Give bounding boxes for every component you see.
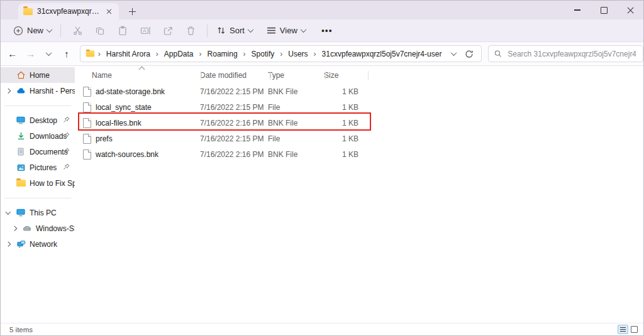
- icons-view-button[interactable]: [629, 325, 640, 334]
- chevron-down-icon[interactable]: [6, 209, 11, 214]
- refresh-icon[interactable]: [465, 50, 474, 58]
- plus-icon: [129, 8, 136, 15]
- file-size: 1 KB: [319, 150, 360, 159]
- sidebar-item-onedrive[interactable]: Harshit - Personal: [1, 83, 75, 99]
- details-view-button[interactable]: [618, 325, 628, 334]
- file-name: local-files.bnk: [96, 119, 142, 127]
- forward-button[interactable]: →: [23, 46, 39, 62]
- minimize-icon: [574, 9, 580, 10]
- tab-close-icon[interactable]: [104, 6, 114, 16]
- file-size: 1 KB: [319, 103, 360, 112]
- breadcrumb-item[interactable]: Harshit Arora: [104, 48, 153, 60]
- status-bar: 5 items: [1, 323, 643, 335]
- file-type: BNK File: [268, 87, 319, 96]
- sidebar-divider: [4, 106, 71, 106]
- sidebar-item-documents[interactable]: Documents: [1, 144, 75, 160]
- chevron-right-icon[interactable]: [6, 242, 11, 247]
- file-size: 1 KB: [319, 87, 360, 96]
- column-divider[interactable]: [201, 71, 201, 80]
- sidebar-item-network[interactable]: Network: [1, 236, 75, 252]
- paste-button[interactable]: [111, 22, 134, 40]
- sort-button[interactable]: Sort: [213, 23, 257, 38]
- pin-icon: [62, 163, 70, 171]
- command-toolbar: New A Sort View: [1, 19, 643, 42]
- view-button[interactable]: View: [263, 23, 309, 38]
- column-divider[interactable]: [270, 71, 270, 80]
- file-row[interactable]: local_sync_state 7/16/2022 2:15 PM File …: [75, 99, 643, 115]
- sidebar-item-home[interactable]: Home: [1, 67, 75, 83]
- toolbar-divider: [60, 24, 61, 37]
- paste-icon: [118, 26, 128, 36]
- file-date: 7/16/2022 2:15 PM: [200, 103, 268, 112]
- chevron-right-icon[interactable]: [6, 89, 11, 94]
- breadcrumb-separator: ›: [242, 50, 247, 58]
- explorer-tab[interactable]: 31cxvpfeawpxqrzl5oj5v7cnejr4-user: [18, 3, 119, 19]
- sidebar-item-label: How to Fix Spotify: [30, 179, 75, 188]
- rename-button[interactable]: A: [134, 22, 157, 40]
- address-bar[interactable]: › Harshit Arora › AppData › Roaming › Sp…: [80, 45, 482, 62]
- new-tab-button[interactable]: [125, 4, 139, 18]
- breadcrumb-separator: ›: [97, 50, 102, 58]
- sidebar-item-how-to-fix-spotify[interactable]: How to Fix Spotify: [1, 175, 75, 191]
- close-button[interactable]: [617, 1, 643, 19]
- column-divider[interactable]: [368, 71, 369, 80]
- sidebar-item-label: Network: [30, 240, 57, 249]
- cut-button[interactable]: [66, 22, 89, 40]
- chevron-down-icon: [247, 26, 253, 33]
- file-row[interactable]: ad-state-storage.bnk 7/16/2022 2:15 PM B…: [75, 84, 643, 99]
- sidebar-item-downloads[interactable]: Downloads: [1, 128, 75, 144]
- column-header-type[interactable]: Type: [268, 71, 319, 80]
- pin-icon: [62, 147, 70, 155]
- delete-button[interactable]: [179, 22, 202, 40]
- breadcrumb-item[interactable]: Users: [286, 48, 310, 60]
- file-date: 7/16/2022 2:15 PM: [200, 134, 268, 143]
- history-dropdown-button[interactable]: [40, 46, 57, 62]
- up-button[interactable]: ↑: [58, 46, 75, 62]
- file-row[interactable]: watch-sources.bnk 7/16/2022 2:16 PM BNK …: [75, 146, 643, 162]
- file-icon: [83, 134, 91, 144]
- search-box[interactable]: [488, 45, 643, 62]
- maximize-button[interactable]: [591, 1, 617, 19]
- sidebar-item-windows-ssd[interactable]: Windows-SSD (C:: [1, 220, 75, 236]
- toolbar-divider: [207, 24, 208, 37]
- share-icon: [163, 26, 173, 36]
- sidebar-item-pictures[interactable]: Pictures: [1, 160, 75, 175]
- sidebar-item-label: Pictures: [30, 163, 57, 172]
- breadcrumb-item[interactable]: Roaming: [205, 48, 240, 60]
- breadcrumb-item[interactable]: Spotify: [249, 48, 277, 60]
- file-icon: [83, 102, 91, 112]
- pin-icon: [62, 131, 70, 139]
- folder-icon: [16, 178, 26, 188]
- column-headers: Name Date modified Type Size: [75, 67, 643, 84]
- file-type: File: [268, 134, 319, 143]
- item-count: 5 items: [9, 326, 33, 333]
- file-icon: [83, 118, 91, 128]
- chevron-right-icon[interactable]: [12, 226, 17, 231]
- minimize-button[interactable]: [564, 1, 591, 19]
- folder-icon: [23, 8, 33, 15]
- file-row[interactable]: prefs 7/16/2022 2:15 PM File 1 KB: [75, 131, 643, 146]
- breadcrumb-item[interactable]: 31cxvpfeawpxqrzl5oj5v7cnejr4-user: [319, 48, 445, 60]
- view-lines-icon: [267, 26, 276, 35]
- column-header-date-modified[interactable]: Date modified: [200, 71, 268, 80]
- column-divider[interactable]: [325, 71, 326, 80]
- sort-arrows-icon: [216, 26, 226, 35]
- sidebar-item-desktop[interactable]: Desktop: [1, 112, 75, 128]
- column-header-name[interactable]: Name: [75, 71, 200, 80]
- back-button[interactable]: ←: [4, 46, 21, 62]
- search-input[interactable]: [506, 49, 637, 59]
- new-plus-circle-icon: [13, 26, 23, 36]
- address-dropdown-icon[interactable]: [450, 50, 457, 56]
- more-options-button[interactable]: •••: [316, 22, 338, 40]
- share-button[interactable]: [157, 22, 179, 40]
- new-button[interactable]: New: [9, 23, 55, 38]
- file-type: BNK File: [268, 119, 319, 127]
- sidebar-item-this-pc[interactable]: This PC: [1, 205, 75, 220]
- sort-button-label: Sort: [230, 26, 245, 35]
- folder-icon: [86, 51, 95, 57]
- copy-button[interactable]: [89, 22, 111, 40]
- file-row-highlighted[interactable]: local-files.bnk 7/16/2022 2:16 PM BNK Fi…: [75, 115, 643, 131]
- file-name: ad-state-storage.bnk: [96, 87, 165, 96]
- breadcrumb-item[interactable]: AppData: [162, 48, 196, 60]
- home-icon: [16, 70, 26, 80]
